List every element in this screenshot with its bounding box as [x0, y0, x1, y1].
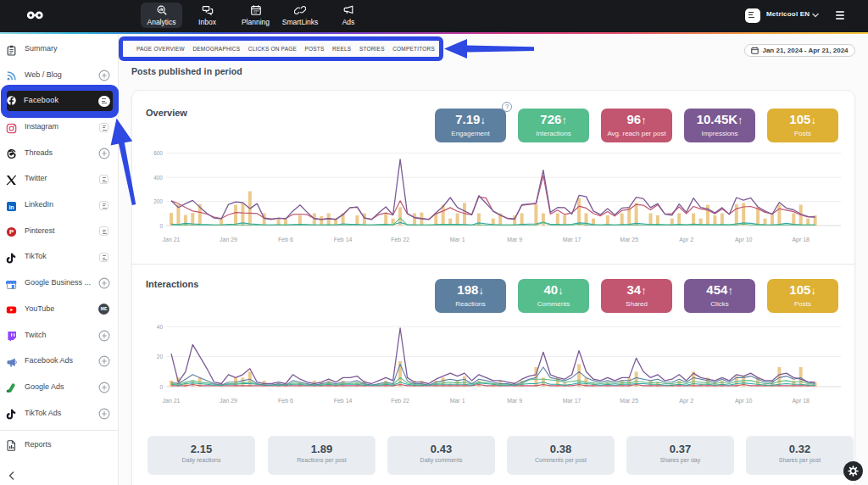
svg-text:0: 0 — [159, 384, 163, 390]
svg-text:600: 600 — [153, 150, 163, 156]
svg-text:20: 20 — [157, 354, 164, 360]
svg-text:Feb 22: Feb 22 — [391, 237, 409, 242]
svg-text:Feb 6: Feb 6 — [278, 237, 293, 242]
svg-text:in: in — [8, 203, 14, 209]
svg-text:Mar 17: Mar 17 — [563, 398, 581, 404]
svg-text:Mar 9: Mar 9 — [507, 237, 522, 242]
svg-text:Apr 2: Apr 2 — [679, 398, 693, 404]
svg-text:Jan 21: Jan 21 — [162, 398, 180, 404]
svg-text:Mar 1: Mar 1 — [450, 237, 465, 242]
svg-text:Mar 25: Mar 25 — [620, 237, 638, 242]
svg-text:200: 200 — [153, 198, 163, 204]
svg-text:Feb 22: Feb 22 — [391, 398, 409, 404]
svg-text:Jan 29: Jan 29 — [220, 398, 237, 404]
svg-text:Jan 21: Jan 21 — [162, 237, 180, 242]
svg-text:0: 0 — [159, 223, 163, 229]
svg-text:40: 40 — [157, 324, 164, 330]
svg-text:Apr 2: Apr 2 — [679, 237, 693, 243]
svg-text:Apr 10: Apr 10 — [735, 237, 753, 243]
svg-text:Mar 9: Mar 9 — [507, 398, 522, 404]
svg-text:Feb 6: Feb 6 — [278, 398, 293, 404]
svg-text:P: P — [9, 229, 14, 237]
svg-text:Mar 25: Mar 25 — [620, 398, 638, 404]
svg-text:Feb 14: Feb 14 — [334, 398, 353, 404]
svg-text:Feb 14: Feb 14 — [334, 237, 353, 242]
svg-text:Apr 18: Apr 18 — [792, 398, 810, 404]
svg-text:Mar 17: Mar 17 — [563, 237, 581, 242]
svg-text:Apr 18: Apr 18 — [792, 237, 810, 243]
svg-text:Jan 29: Jan 29 — [220, 237, 237, 242]
svg-text:Mar 1: Mar 1 — [450, 398, 465, 404]
svg-text:Apr 10: Apr 10 — [735, 398, 753, 404]
svg-text:400: 400 — [153, 175, 163, 181]
